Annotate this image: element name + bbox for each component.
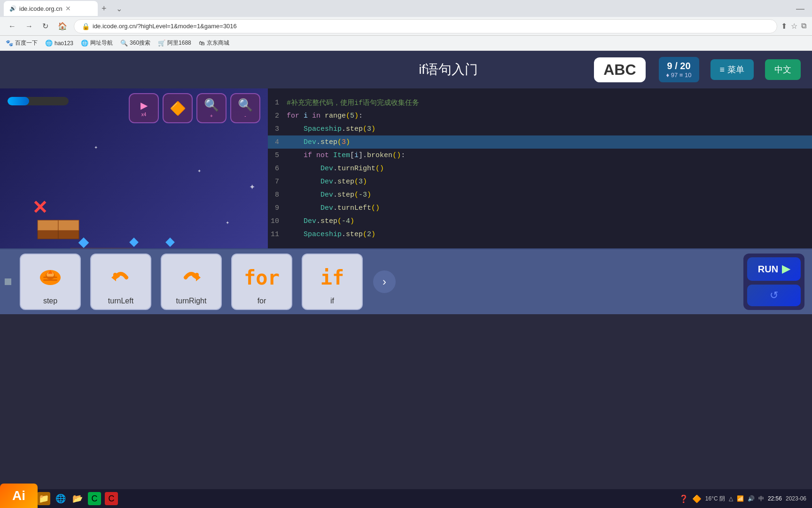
for-block-label: for <box>258 297 266 305</box>
taskbar: ⊞ 🔍 📁 🌐 📂 C C ❓ 🔶 16°C 阴 △ 📶 🔊 中 22:56 2… <box>0 489 812 508</box>
bookmark-ali[interactable]: 🛒 阿里1688 <box>158 39 191 47</box>
code-line-5: 5 if not Item[i].broken(): <box>268 149 812 162</box>
turnleft-block[interactable]: turnLeft <box>90 254 151 310</box>
code-line-3: 3 Spaceship.step(3) <box>268 122 812 135</box>
svg-rect-3 <box>58 220 79 230</box>
address-icons: ⬆ ☆ ⧉ <box>781 22 806 31</box>
tab-overflow-button[interactable]: ⌄ <box>114 2 124 15</box>
game-panel: ▶ x4 🔶 🔍 + 🔍 - ✦ ✦ ✦ ✦ ✦ ✦ ✦ ✦ ✕ <box>0 88 268 248</box>
turnright-block[interactable]: turnRight <box>161 254 222 310</box>
address-bar: ← → ↻ 🏠 🔒 ide.icode.org.cn/?highLevel=1&… <box>0 17 812 36</box>
code-line-8: 8 Dev.step(-3) <box>268 188 812 201</box>
svg-rect-0 <box>38 230 58 239</box>
code-editor[interactable]: 1 #补充完整代码，使用if语句完成收集任务 2 for i in range(… <box>268 88 812 248</box>
bookmark-jd[interactable]: 🛍 京东商城 <box>199 39 229 47</box>
line-content-2: for i in range(5): <box>287 112 363 120</box>
zoom-in-label: + <box>210 113 213 119</box>
abc-badge: ABC <box>594 57 645 82</box>
home-button[interactable]: 🏠 <box>55 20 70 32</box>
nav-icon: 🌐 <box>81 40 88 47</box>
line-content-11: Spaceship.step(2) <box>287 230 375 238</box>
zoom-out-label: - <box>244 113 246 119</box>
bookmark-icon[interactable]: ☆ <box>791 22 797 31</box>
ai-badge[interactable]: Ai <box>0 484 38 508</box>
line-content-8: Dev.step(-3) <box>287 191 371 199</box>
line-number-2: 2 <box>268 112 287 120</box>
step-icon-area <box>39 258 62 297</box>
window-minimize-button[interactable]: — <box>792 2 808 16</box>
code-panel[interactable]: 1 #补充完整代码，使用if语句完成收集任务 2 for i in range(… <box>268 88 812 248</box>
reset-button[interactable]: ↺ <box>747 285 801 306</box>
reload-button[interactable]: ↻ <box>39 20 51 32</box>
abc-label: ABC <box>603 61 636 78</box>
bookmark-nav[interactable]: 🌐 网址导航 <box>81 39 113 47</box>
if-text-icon: if <box>320 266 344 289</box>
back-button[interactable]: ← <box>6 20 19 32</box>
svg-rect-10 <box>78 238 89 248</box>
turnright-svg-icon <box>177 266 205 289</box>
line-number-10: 10 <box>268 217 287 225</box>
play-icon: ▶ <box>141 100 148 111</box>
bookmark-hao123-label: hao123 <box>55 40 73 47</box>
line-number-7: 7 <box>268 178 287 186</box>
zoom-out-icon: 🔍 <box>238 98 253 112</box>
progress-section: 9 / 20 ♦ 97 ≡ 10 <box>659 57 699 82</box>
line-number-5: 5 <box>268 151 287 159</box>
if-block[interactable]: if if <box>302 254 363 310</box>
step-block-label: step <box>43 297 57 305</box>
code-line-9: 9 Dev.turnLeft() <box>268 201 812 214</box>
taskbar-ime-icon[interactable]: 中 <box>758 495 764 503</box>
code-line-7: 7 Dev.step(3) <box>268 175 812 188</box>
address-text: ide.icode.org.cn/?highLevel=1&mode=1&gam… <box>93 23 237 30</box>
line-content-7: Dev.step(3) <box>287 178 367 186</box>
code-line-6: 6 Dev.turnRight() <box>268 162 812 175</box>
zoom-in-button[interactable]: 🔍 + <box>196 93 226 123</box>
line-number-8: 8 <box>268 191 287 199</box>
taskbar-explorer-icon[interactable]: 📂 <box>71 492 84 505</box>
for-block[interactable]: for for <box>231 254 292 310</box>
coin-button[interactable]: 🔶 <box>163 93 193 123</box>
speed-x4-button[interactable]: ▶ x4 <box>129 93 159 123</box>
line-number-11: 11 <box>268 230 287 238</box>
turnright-icon-area <box>177 258 205 297</box>
taskbar-chrome-icon[interactable]: 🌐 <box>54 492 67 505</box>
line-content-10: Dev.step(-4) <box>287 217 354 225</box>
taskbar-volume-icon[interactable]: 🔊 <box>748 495 755 502</box>
taskbar-question-icon[interactable]: ❓ <box>679 494 688 503</box>
line-number-1: 1 <box>268 99 287 107</box>
taskbar-weather-temp: 16°C 阴 <box>705 495 725 503</box>
bookmark-hao123[interactable]: 🌐 hao123 <box>45 40 73 47</box>
bookmark-baidu[interactable]: 🐾 百度一下 <box>6 39 38 47</box>
address-input[interactable]: 🔒 ide.icode.org.cn/?highLevel=1&mode=1&g… <box>74 19 777 33</box>
run-button[interactable]: RUN ▶ <box>747 257 801 281</box>
taskbar-app1-icon[interactable]: C <box>88 492 101 505</box>
line-content-5: if not Item[i].broken(): <box>287 151 405 159</box>
forward-button[interactable]: → <box>23 20 36 32</box>
split-view-icon[interactable]: ⧉ <box>801 22 806 31</box>
menu-button[interactable]: ≡ 菜单 <box>710 59 754 80</box>
run-area: RUN ▶ ↺ <box>743 254 804 310</box>
share-icon[interactable]: ⬆ <box>781 22 787 31</box>
step-block[interactable]: step <box>20 254 81 310</box>
svg-rect-11 <box>129 238 139 247</box>
ai-label: Ai <box>12 488 25 503</box>
taskbar-files-icon[interactable]: 📁 <box>37 492 50 505</box>
svg-rect-2 <box>58 230 79 239</box>
app-header: if语句入门 ABC 9 / 20 ♦ 97 ≡ 10 ≡ 菜单 中文 <box>0 51 812 88</box>
tab-title: ide.icode.org.cn <box>19 5 62 12</box>
zoom-out-button[interactable]: 🔍 - <box>230 93 260 123</box>
taskbar-wifi-icon: 📶 <box>737 495 744 502</box>
browser-tab[interactable]: 🔊 ide.icode.org.cn ✕ <box>4 1 98 16</box>
line-number-3: 3 <box>268 125 287 133</box>
bookmark-360[interactable]: 🔍 360搜索 <box>120 39 150 47</box>
taskbar-network-icon: △ <box>729 495 733 502</box>
turnleft-block-label: turnLeft <box>108 297 133 305</box>
run-play-icon: ▶ <box>782 263 790 275</box>
progress-text: 9 / 20 <box>666 61 692 71</box>
tab-close-btn[interactable]: ✕ <box>65 5 71 12</box>
language-button[interactable]: 中文 <box>765 59 801 80</box>
new-tab-button[interactable]: + <box>100 2 109 16</box>
taskbar-app2-icon[interactable]: C <box>105 492 118 505</box>
scroll-right-button[interactable]: › <box>373 270 396 293</box>
zoom-in-icon: 🔍 <box>204 98 219 112</box>
